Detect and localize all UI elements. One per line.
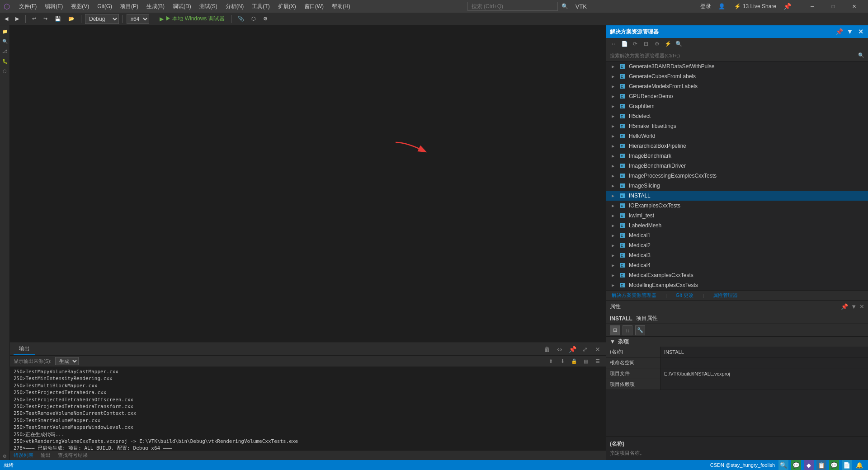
status-search-icon[interactable]: 🔍 <box>778 460 788 470</box>
breakpoint-icon[interactable]: ⬡ <box>249 15 259 23</box>
run-debug-button[interactable]: ▶ ▶ 本地 Windows 调试器 <box>157 14 227 24</box>
maximize-button[interactable]: □ <box>823 0 844 13</box>
output-scroll-lock-icon[interactable]: 🔒 <box>570 358 579 364</box>
output-list-icon[interactable]: ☰ <box>593 358 602 364</box>
menu-debug[interactable]: 调试(D) <box>169 2 195 11</box>
tree-item[interactable]: ▶CMedical4 <box>606 260 868 270</box>
se-close-icon[interactable]: ✕ <box>857 28 864 35</box>
undo-button[interactable]: ↩ <box>29 15 39 23</box>
sidebar-debug-icon[interactable]: 🐛 <box>1 57 9 65</box>
tree-item[interactable]: ▶CImageSlicing <box>606 181 868 191</box>
tree-item[interactable]: ▶CHierarchicalBoxPipeline <box>606 141 868 151</box>
prop-toolbar-wrench-icon[interactable]: 🔧 <box>635 325 645 335</box>
status-docs-icon[interactable]: 📄 <box>842 460 852 470</box>
open-file-button[interactable]: 📂 <box>66 15 77 23</box>
tree-item[interactable]: ▶CModellingExamplesCxxTests <box>606 280 868 290</box>
tree-item[interactable]: ▶CGenerateCubesFromLabels <box>606 71 868 81</box>
status-notification-icon[interactable]: 💬 <box>829 460 839 470</box>
sidebar-settings-bottom-icon[interactable]: ⚙ <box>1 452 9 460</box>
se-tab-solution[interactable]: 解决方案资源管理器 <box>610 292 658 299</box>
status-clipboard-icon[interactable]: 📋 <box>816 460 826 470</box>
tree-item[interactable]: ▶CH5make_libsettings <box>606 121 868 131</box>
tree-item[interactable]: ▶CMedical2 <box>606 240 868 250</box>
menu-tools[interactable]: 工具(T) <box>248 2 273 11</box>
status-ready[interactable]: 就绪 <box>4 462 14 469</box>
forward-button[interactable]: ▶ <box>13 15 22 23</box>
tree-item[interactable]: ▶CHelloWorld <box>606 131 868 141</box>
prop-toolbar-sort-icon[interactable]: ↑↓ <box>623 325 632 335</box>
output-pin-icon[interactable]: 📌 <box>568 346 577 353</box>
tree-item[interactable]: ▶CH5detect <box>606 111 868 121</box>
back-button[interactable]: ◀ <box>2 15 11 23</box>
tree-item[interactable]: ▶CIOExamplesCxxTests <box>606 201 868 211</box>
attach-button[interactable]: 📎 <box>235 15 247 23</box>
menu-help[interactable]: 帮助(H) <box>328 2 354 11</box>
debug-config-select[interactable]: Debug Release <box>85 14 119 24</box>
menu-git[interactable]: Git(G) <box>94 2 116 10</box>
tree-item[interactable]: ▶CMedical3 <box>606 250 868 260</box>
output-close-icon[interactable]: ✕ <box>593 346 602 353</box>
status-csdn[interactable]: CSDN @stay_hungry_foolish <box>710 462 775 468</box>
tab-output-bottom[interactable]: 输出 <box>41 452 51 459</box>
se-tab-props[interactable]: 属性管理器 <box>711 292 740 299</box>
tab-error-list[interactable]: 错误列表 <box>14 452 33 459</box>
se-dropdown-icon[interactable]: ▼ <box>846 28 854 35</box>
output-word-wrap-icon[interactable]: ⇔ <box>555 346 564 353</box>
save-button[interactable]: 💾 <box>52 15 64 23</box>
tree-item[interactable]: ▶CMedicalExamplesCxxTests <box>606 270 868 280</box>
tree-item[interactable]: ▶CImageProcessingExamplesCxxTests <box>606 171 868 181</box>
redo-button[interactable]: ↪ <box>41 15 50 23</box>
tab-find-symbol[interactable]: 查找符号结果 <box>58 452 88 459</box>
sidebar-explore-icon[interactable]: 📁 <box>1 27 9 35</box>
prop-section-misc[interactable]: ▼ 杂项 <box>606 337 868 347</box>
tree-item[interactable]: ▶CGraphItem <box>606 101 868 111</box>
prop-pin-icon[interactable]: 📌 <box>841 303 848 310</box>
status-diamond-icon[interactable]: ◆ <box>804 460 814 470</box>
arch-select[interactable]: x64 x86 <box>127 14 149 24</box>
output-filter-icon[interactable]: ▤ <box>581 358 590 364</box>
live-share-button[interactable]: ⚡ 13 Live Share <box>734 3 776 9</box>
global-search-input[interactable] <box>467 2 558 11</box>
output-expand-icon[interactable]: ⤢ <box>580 346 590 353</box>
status-bell-icon[interactable]: 🔔 <box>854 460 864 470</box>
se-toolbar-show-all-icon[interactable]: 📄 <box>620 39 629 48</box>
menu-analyze[interactable]: 分析(N) <box>222 2 248 11</box>
tree-item[interactable]: ▶CGPURenderDemo <box>606 91 868 101</box>
sidebar-extensions-icon[interactable]: ⬡ <box>1 67 9 75</box>
tree-item[interactable]: ▶CMedical1 <box>606 230 868 240</box>
menu-window[interactable]: 窗口(W) <box>301 2 327 11</box>
tree-item[interactable]: ▶Ckwiml_test <box>606 211 868 221</box>
sidebar-search-icon[interactable]: 🔍 <box>1 37 9 45</box>
prop-close-icon[interactable]: ✕ <box>859 303 864 310</box>
se-pin-icon[interactable]: 📌 <box>835 28 843 35</box>
menu-test[interactable]: 测试(S) <box>196 2 221 11</box>
minimize-button[interactable]: ─ <box>802 0 823 13</box>
output-clear-icon[interactable]: 🗑 <box>542 346 552 353</box>
tab-output[interactable]: 输出 <box>14 343 35 355</box>
tree-item[interactable]: ▶CINSTALL <box>606 191 868 201</box>
prop-dropdown-icon[interactable]: ▼ <box>851 303 857 310</box>
login-button[interactable]: 登录 <box>700 3 711 10</box>
se-toolbar-search-icon[interactable]: 🔍 <box>674 39 683 48</box>
se-tab-git[interactable]: Git 更改 <box>674 292 695 299</box>
solution-explorer-search-input[interactable] <box>610 53 858 58</box>
output-down-icon[interactable]: ⬇ <box>558 358 567 364</box>
se-toolbar-settings-icon[interactable]: ⚙ <box>652 39 661 48</box>
pin-icon[interactable]: 📌 <box>783 3 791 10</box>
settings-icon[interactable]: ⚙ <box>260 15 270 23</box>
tree-item[interactable]: ▶CLabeledMesh <box>606 221 868 230</box>
menu-view[interactable]: 视图(V) <box>67 2 93 11</box>
tree-item[interactable]: ▶CGenerateModelsFromLabels <box>606 81 868 91</box>
se-toolbar-filter-icon[interactable]: ⚡ <box>663 39 672 48</box>
user-icon[interactable]: 👤 <box>718 3 725 9</box>
menu-edit[interactable]: 编辑(E) <box>41 2 66 11</box>
tree-item[interactable]: ▶CImageBenchmark <box>606 151 868 161</box>
output-source-select[interactable]: 生成 <box>55 357 79 365</box>
close-button[interactable]: ✕ <box>844 0 864 13</box>
sidebar-git-icon[interactable]: ⎇ <box>1 47 9 55</box>
se-toolbar-sync-icon[interactable]: ↔ <box>609 39 618 48</box>
status-chat-icon[interactable]: 💬 <box>791 460 801 470</box>
prop-toolbar-grid-icon[interactable]: ⊞ <box>610 325 620 335</box>
tree-item[interactable]: ▶CImageBenchmarkDriver <box>606 161 868 171</box>
menu-project[interactable]: 项目(P) <box>117 2 142 11</box>
